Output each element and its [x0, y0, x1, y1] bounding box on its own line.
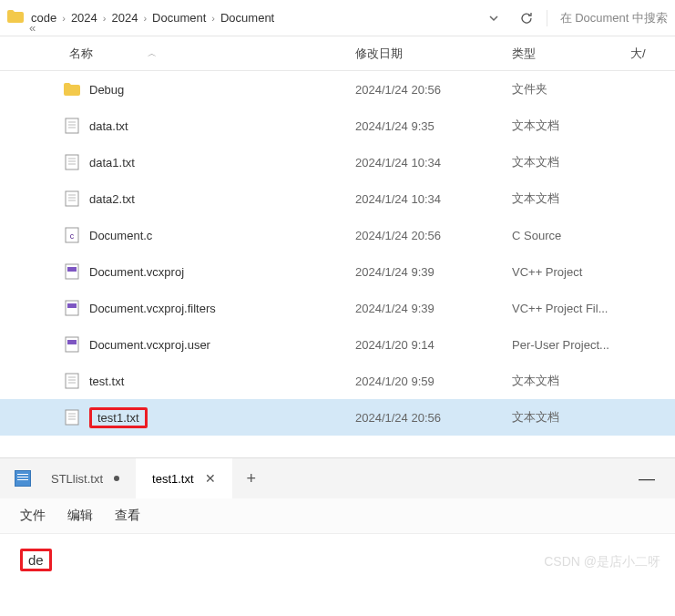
file-name: Debug [89, 83, 124, 97]
editor-tab[interactable]: STLlist.txt [35, 458, 136, 498]
file-date: 2024/1/20 9:14 [355, 338, 512, 352]
svg-rect-19 [67, 340, 77, 344]
svg-rect-20 [66, 374, 78, 388]
svg-rect-17 [67, 303, 77, 308]
editor-tab[interactable]: test1.txt✕ [136, 458, 232, 498]
breadcrumb-item[interactable]: Document [152, 11, 206, 25]
refresh-icon[interactable] [514, 5, 539, 31]
file-name: Document.vcxproj.filters [89, 302, 216, 315]
file-date: 2024/1/24 20:56 [355, 229, 512, 242]
file-type: C Source [512, 229, 630, 242]
file-date: 2024/1/24 10:34 [355, 192, 512, 206]
minimize-button[interactable]: — [619, 469, 675, 488]
breadcrumb-item[interactable]: Document [220, 11, 274, 25]
file-type: 文本文档 [512, 373, 630, 389]
breadcrumb: code›2024›2024›Document›Document [31, 11, 474, 25]
editor-menu: 文件编辑查看 [0, 498, 675, 534]
folder-icon [7, 10, 24, 26]
svg-rect-24 [66, 410, 78, 425]
vcxf-icon [64, 300, 80, 316]
column-date[interactable]: 修改日期 [355, 46, 512, 62]
file-list: Debug2024/1/24 20:56文件夹data.txt2024/1/24… [0, 71, 675, 436]
file-row[interactable]: Document.vcxproj2024/1/24 9:39VC++ Proje… [0, 253, 675, 290]
breadcrumb-item[interactable]: 2024 [71, 11, 97, 25]
file-type: 文本文档 [512, 154, 630, 170]
folder-icon [64, 81, 80, 98]
columns-header: 名称 ︿ 修改日期 类型 大/ [0, 36, 675, 71]
file-date: 2024/1/24 20:56 [355, 83, 512, 97]
file-type: 文本文档 [512, 190, 630, 207]
file-date: 2024/1/24 20:56 [355, 411, 512, 425]
editor-text: de [20, 549, 52, 571]
file-row[interactable]: Debug2024/1/24 20:56文件夹 [0, 71, 675, 108]
text-icon [64, 190, 80, 207]
chevron-right-icon: › [103, 13, 107, 24]
tab-label: STLlist.txt [51, 472, 103, 486]
file-type: 文本文档 [512, 118, 630, 134]
file-date: 2024/1/20 9:59 [355, 375, 512, 388]
breadcrumb-overflow[interactable]: « [29, 21, 36, 35]
tab-label: test1.txt [152, 472, 194, 486]
file-type: VC++ Project Fil... [512, 302, 630, 315]
file-row[interactable]: cDocument.c2024/1/24 20:56C Source [0, 217, 675, 253]
breadcrumb-item[interactable]: 2024 [111, 11, 138, 25]
file-name: data.txt [89, 119, 128, 133]
add-tab-button[interactable]: + [232, 469, 271, 488]
search-input[interactable]: 在 Document 中搜索 [547, 10, 668, 26]
file-row[interactable]: data2.txt2024/1/24 10:34文本文档 [0, 180, 675, 217]
file-row[interactable]: data.txt2024/1/24 9:35文本文档 [0, 108, 675, 144]
vcx-icon [64, 263, 80, 280]
svg-rect-4 [66, 155, 78, 169]
column-type[interactable]: 类型 [512, 46, 630, 62]
chevron-right-icon: › [62, 13, 66, 24]
text-icon [64, 154, 80, 170]
c-icon: c [64, 227, 80, 243]
editor-tabs: STLlist.txttest1.txt✕+— [0, 458, 675, 498]
search-placeholder: 在 Document 中搜索 [560, 10, 668, 26]
file-name: Document.c [89, 229, 152, 242]
text-icon [64, 118, 80, 134]
file-row[interactable]: Document.vcxproj.filters2024/1/24 9:39VC… [0, 290, 675, 326]
watermark: CSDN @是店小二呀 [544, 554, 660, 570]
file-row[interactable]: test1.txt2024/1/24 20:56文本文档 [0, 399, 675, 436]
file-name: test1.txt [89, 407, 148, 428]
svg-text:c: c [70, 231, 75, 241]
file-date: 2024/1/24 9:35 [355, 119, 512, 133]
file-type: 文件夹 [512, 81, 630, 98]
file-row[interactable]: test.txt2024/1/20 9:59文本文档 [0, 363, 675, 399]
chevron-down-icon[interactable] [481, 5, 506, 31]
file-date: 2024/1/24 9:39 [355, 265, 512, 279]
file-name: Document.vcxproj.user [89, 338, 210, 352]
file-name: data2.txt [89, 192, 135, 206]
file-name: Document.vcxproj [89, 265, 184, 279]
editor-window: STLlist.txttest1.txt✕+— 文件编辑查看 de CSDN @… [0, 457, 675, 580]
editor-menu-item[interactable]: 编辑 [67, 508, 93, 524]
svg-rect-0 [66, 118, 78, 133]
modified-dot-icon [114, 476, 119, 481]
notepad-icon [15, 470, 31, 487]
chevron-right-icon: › [211, 13, 215, 24]
file-type: 文本文档 [512, 409, 630, 426]
editor-menu-item[interactable]: 查看 [115, 508, 140, 524]
file-name: test.txt [89, 375, 124, 388]
close-icon[interactable]: ✕ [205, 471, 216, 486]
text-icon [64, 409, 80, 426]
sort-indicator-icon: ︿ [148, 47, 157, 60]
column-name[interactable]: 名称 ︿ [0, 46, 355, 62]
file-row[interactable]: Document.vcxproj.user2024/1/20 9:14Per-U… [0, 326, 675, 363]
svg-rect-15 [67, 267, 77, 272]
file-type: Per-User Project... [512, 338, 630, 352]
file-date: 2024/1/24 9:39 [355, 302, 512, 315]
editor-content[interactable]: de CSDN @是店小二呀 [0, 534, 675, 580]
file-name: data1.txt [89, 156, 135, 169]
file-type: VC++ Project [512, 265, 630, 279]
file-date: 2024/1/24 10:34 [355, 156, 512, 169]
column-size[interactable]: 大/ [630, 46, 675, 62]
editor-menu-item[interactable]: 文件 [20, 508, 46, 524]
chevron-right-icon: › [143, 13, 147, 24]
svg-rect-8 [66, 191, 78, 206]
vcxu-icon [64, 336, 80, 353]
address-toolbar: « code›2024›2024›Document›Document 在 Doc… [0, 0, 675, 36]
file-row[interactable]: data1.txt2024/1/24 10:34文本文档 [0, 144, 675, 180]
text-icon [64, 373, 80, 389]
